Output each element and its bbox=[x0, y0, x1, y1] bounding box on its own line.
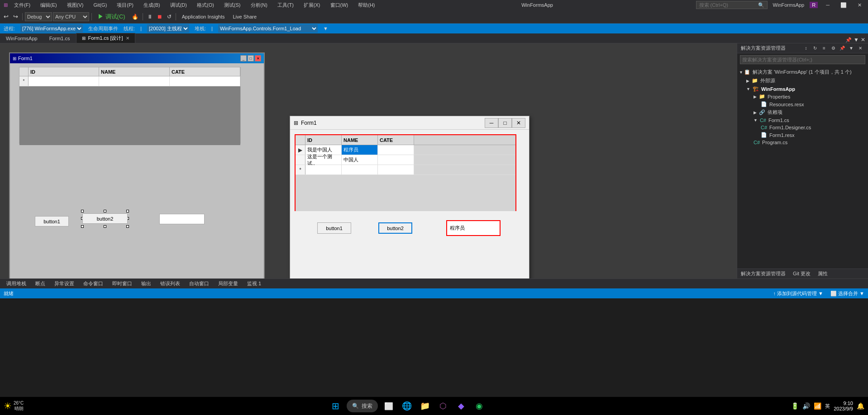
bottom-tab-output[interactable]: 输出 bbox=[137, 279, 156, 288]
run-button[interactable]: ▶ 调试(C) bbox=[94, 12, 129, 22]
file-menu[interactable]: 文件(F) bbox=[10, 1, 34, 9]
edge-btn[interactable]: 🌐 bbox=[400, 399, 414, 413]
close-panel-icon[interactable]: ✕ bbox=[861, 37, 865, 43]
tree-properties[interactable]: ▶ 📁 Properties bbox=[737, 93, 868, 100]
bottom-tab-immediate[interactable]: 即时窗口 bbox=[108, 279, 137, 288]
runtime-row2-id[interactable]: 这是一个测试.. bbox=[305, 155, 342, 165]
runtime-close-btn[interactable]: ✕ bbox=[512, 118, 525, 128]
runtime-new-cate[interactable] bbox=[378, 165, 414, 174]
tree-solution-root[interactable]: ▼ 📋 解决方案 'WinFormsApp' (1 个项目，共 1 个) bbox=[737, 68, 868, 76]
runtime-dg-row-new[interactable]: * bbox=[296, 165, 515, 175]
lang-indicator[interactable]: 英 bbox=[825, 403, 830, 410]
stop-icon[interactable]: ⏹ bbox=[155, 13, 164, 21]
panel-refresh-icon[interactable]: ↻ bbox=[811, 44, 819, 52]
runtime-restore-btn[interactable]: □ bbox=[498, 118, 512, 128]
add-source-btn[interactable]: ↑ 添加到源代码管理 ▼ bbox=[773, 290, 824, 297]
search-input[interactable] bbox=[699, 2, 758, 8]
runtime-minimize-btn[interactable]: ─ bbox=[485, 118, 498, 128]
cpu-select[interactable]: Any CPU bbox=[53, 12, 89, 21]
tab-close-btn[interactable]: ✕ bbox=[126, 36, 129, 41]
solution-search-input[interactable] bbox=[740, 55, 865, 64]
runtime-form[interactable]: ⊞ Form1 ─ □ ✕ ID NAME CATE bbox=[290, 116, 529, 278]
panel-dropdown-icon[interactable]: ▼ bbox=[847, 44, 855, 52]
close-icon[interactable]: ✕ bbox=[855, 1, 864, 9]
handle-tc[interactable] bbox=[104, 210, 106, 212]
purple-app-btn[interactable]: ◆ bbox=[454, 399, 468, 413]
tree-form1cs[interactable]: ▼ C# Form1.cs bbox=[737, 117, 868, 124]
tab-form1-design[interactable]: ⊞ Form1.cs [设计] ✕ bbox=[76, 33, 135, 43]
bottom-tab-exceptions[interactable]: 异常设置 bbox=[50, 279, 79, 288]
runtime-row2-name[interactable]: 中国人 bbox=[342, 155, 378, 165]
project-menu[interactable]: 项目(P) bbox=[113, 1, 137, 9]
window-menu[interactable]: 窗口(W) bbox=[327, 1, 352, 9]
view-menu[interactable]: 视图(V) bbox=[63, 1, 87, 9]
datagrid-design[interactable]: ID NAME CATE * bbox=[19, 67, 241, 144]
bottom-tab-errorlist[interactable]: 错误列表 bbox=[156, 279, 185, 288]
format-menu[interactable]: 格式(O) bbox=[193, 1, 218, 9]
runtime-new-id[interactable] bbox=[305, 165, 342, 174]
panel-close-icon[interactable]: ✕ bbox=[856, 44, 864, 52]
tree-winformsapp[interactable]: ▼ 🏗️ WinFormsApp bbox=[737, 85, 868, 93]
handle-br[interactable] bbox=[126, 225, 129, 228]
green-app-btn[interactable]: ◉ bbox=[472, 399, 486, 413]
dg-cell-id[interactable] bbox=[29, 76, 99, 86]
bottom-tab-callstack[interactable]: 调用堆栈 bbox=[2, 279, 31, 288]
runtime-row2-cate[interactable] bbox=[378, 155, 414, 165]
select-all-btn[interactable]: ⬜ 选择合并 ▼ bbox=[830, 290, 864, 297]
dg-cell-name[interactable] bbox=[99, 76, 170, 86]
bottom-tab-command[interactable]: 命令窗口 bbox=[79, 279, 108, 288]
panel-sync-icon[interactable]: ↕ bbox=[802, 44, 810, 52]
extend-menu[interactable]: 扩展(X) bbox=[300, 1, 324, 9]
hot-reload-icon[interactable]: 🔥 bbox=[130, 13, 140, 21]
search-bar[interactable]: 🔍 bbox=[696, 1, 768, 9]
panel-settings-icon[interactable]: ⚙ bbox=[829, 44, 837, 52]
edit-menu[interactable]: 编辑(E) bbox=[37, 1, 61, 9]
windows-start-btn[interactable]: ⊞ bbox=[329, 399, 343, 413]
design-button2[interactable]: button2 bbox=[82, 213, 128, 224]
form-design[interactable]: ⊞ Form1 _ □ ✕ ID NAME CATE bbox=[9, 52, 265, 278]
tree-external-sources[interactable]: ▶ 📁 外部源 bbox=[737, 76, 868, 85]
bottom-tab-locals[interactable]: 局部变量 bbox=[214, 279, 243, 288]
bottom-tab-auto[interactable]: 自动窗口 bbox=[185, 279, 214, 288]
runtime-grid[interactable]: ID NAME CATE ▶ 我是中国人 程序员 这是一个测试.. bbox=[295, 134, 516, 211]
dropdown-icon[interactable]: ▼ bbox=[854, 37, 859, 43]
handle-bc[interactable] bbox=[104, 225, 106, 228]
tools-menu[interactable]: 工具(T) bbox=[274, 1, 297, 9]
design-button1[interactable]: button1 bbox=[35, 216, 69, 226]
live-share-btn[interactable]: Live Share bbox=[229, 13, 260, 20]
tab-winformsapp[interactable]: WinFormsApp bbox=[0, 33, 43, 43]
tree-form1-designer[interactable]: C# Form1.Designer.cs bbox=[737, 124, 868, 131]
app-insights-btn[interactable]: Application Insights bbox=[178, 13, 229, 20]
runtime-row1-cate[interactable] bbox=[378, 145, 414, 155]
task-view-btn[interactable]: ⬜ bbox=[382, 399, 396, 413]
runtime-dg-row-2[interactable]: 这是一个测试.. 中国人 bbox=[296, 155, 515, 165]
git-menu[interactable]: Git(G) bbox=[90, 1, 110, 9]
restore-icon[interactable]: ⬜ bbox=[838, 1, 849, 9]
process-select[interactable]: [776] WinFormsApp.exe bbox=[20, 24, 83, 33]
bottom-tab-breakpoints[interactable]: 断点 bbox=[31, 279, 50, 288]
undo-icon[interactable]: ↩ bbox=[2, 12, 10, 21]
footer-solution-tab[interactable]: 解决方案资源管理器 bbox=[737, 269, 789, 278]
debug-config-select[interactable]: Debug bbox=[25, 12, 52, 21]
minimize-icon[interactable]: ─ bbox=[823, 1, 832, 9]
dg-cell-cate[interactable] bbox=[170, 76, 240, 86]
form-close-btn[interactable]: ✕ bbox=[255, 55, 261, 61]
tab-form1cs[interactable]: Form1.cs bbox=[43, 33, 76, 43]
test-menu[interactable]: 测试(S) bbox=[220, 1, 244, 9]
pause-icon[interactable]: ⏸ bbox=[145, 13, 154, 21]
runtime-new-name[interactable] bbox=[342, 165, 378, 174]
footer-props-tab[interactable]: 属性 bbox=[814, 269, 831, 278]
build-menu[interactable]: 生成(B) bbox=[140, 1, 164, 9]
stack-select[interactable]: WinFormsApp.Controls.Form1_Load bbox=[218, 24, 318, 33]
handle-bl[interactable] bbox=[81, 225, 84, 228]
panel-filter-icon[interactable]: ≡ bbox=[820, 44, 828, 52]
tree-dependencies[interactable]: ▶ 🔗 依赖项 bbox=[737, 108, 868, 117]
notification-icon[interactable]: 🔔 bbox=[857, 402, 864, 410]
handle-tr[interactable] bbox=[126, 210, 129, 212]
tree-programcs[interactable]: C# Program.cs bbox=[737, 139, 868, 146]
tree-form1-resx[interactable]: 📄 Form1.resx bbox=[737, 131, 868, 139]
handle-tl[interactable] bbox=[81, 210, 84, 212]
restart-icon[interactable]: ↺ bbox=[165, 13, 173, 21]
pin-icon[interactable]: 📌 bbox=[845, 37, 852, 43]
taskbar-search[interactable]: 🔍 搜索 bbox=[347, 400, 378, 412]
